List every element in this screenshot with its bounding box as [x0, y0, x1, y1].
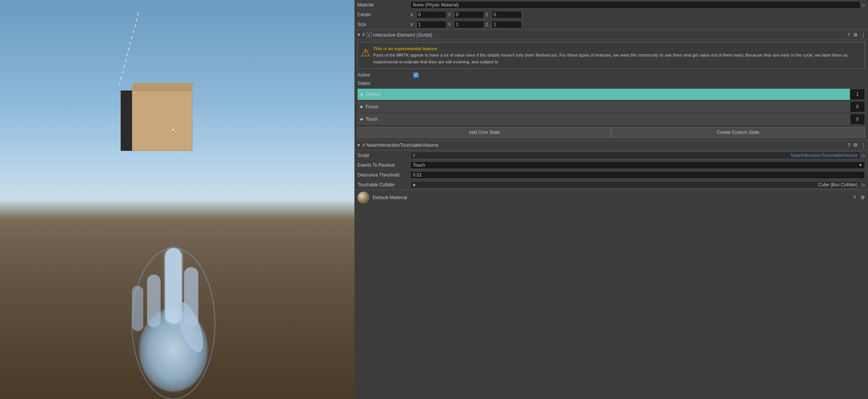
default-material-row: Default-Material ? ⚙ [354, 190, 868, 205]
size-x-label: X [410, 22, 415, 27]
create-custom-state-button[interactable]: Create Custom State [611, 127, 865, 138]
svg-rect-4 [132, 286, 143, 331]
center-row: Center X 0 Y 0 Z 0 [354, 10, 868, 20]
cube-front-face [132, 91, 192, 151]
center-y-field[interactable]: 0 [454, 11, 484, 18]
cube-top-face [130, 83, 194, 91]
near-interaction-menu-btn[interactable]: ⋮ [861, 142, 866, 148]
interactive-element-checkbox[interactable]: ✓ [367, 32, 372, 37]
events-to-receive-value: Touch [413, 163, 425, 168]
script-label: Script [357, 153, 410, 158]
state-default-count: 1 [850, 89, 865, 100]
state-default-name: Default [366, 92, 380, 97]
near-interaction-settings-btn[interactable]: ⚙ [853, 142, 858, 148]
debounce-threshold-value-container: 0.01 [410, 171, 865, 179]
warning-text-container: This is an experimental feature. Parts o… [373, 46, 862, 65]
size-label: Size [357, 22, 410, 27]
touchable-collider-select-btn[interactable]: ○ [862, 182, 865, 188]
events-to-receive-dropdown[interactable]: Touch ▼ [410, 161, 865, 169]
near-interaction-help-btn[interactable]: ? [848, 142, 850, 148]
near-interaction-title: NearInteractionTouchableVolume [367, 142, 846, 148]
state-touch-name: Touch [366, 117, 378, 122]
center-value-container: X 0 Y 0 Z 0 [410, 11, 865, 18]
touchable-collider-value-container: ■ Cube (Box Collider) ○ [410, 181, 865, 189]
center-label: Center [357, 12, 410, 17]
events-to-receive-value-container: Touch ▼ [410, 161, 865, 169]
default-material-name: Default-Material [373, 195, 407, 200]
touchable-collider-value-text: Cube (Box Collider) [818, 182, 858, 187]
center-y-label: Y [448, 12, 452, 17]
script-select-btn[interactable]: ○ [862, 152, 865, 158]
near-interaction-header-btns: ? ⚙ ⋮ [848, 142, 866, 148]
default-material-settings-btn[interactable]: ⚙ [860, 195, 865, 200]
interactive-element-menu-btn[interactable]: ⋮ [861, 32, 866, 38]
interactive-element-settings-btn[interactable]: ⚙ [853, 32, 858, 38]
experimental-warning-box: ⚠ This is an experimental feature. Parts… [357, 42, 865, 69]
near-interaction-collapse-icon[interactable]: ▼ [357, 143, 361, 147]
center-z-label: Z [486, 12, 490, 17]
state-touch-label[interactable]: ▶ Touch [357, 114, 850, 125]
active-row: Active ✓ [354, 71, 868, 79]
warning-icon: ⚠ [361, 46, 370, 65]
inspector-panel: Material None (Physic Material) ○ Center… [354, 0, 868, 399]
interactive-element-help-btn[interactable]: ? [848, 32, 850, 38]
touchable-collider-field[interactable]: ■ Cube (Box Collider) [410, 181, 860, 189]
material-value-container: None (Physic Material) ○ [410, 1, 865, 9]
state-focus-label[interactable]: ▶ Focus [357, 101, 850, 112]
state-touch: ▶ Touch 0 [357, 114, 865, 125]
debounce-threshold-row: Debounce Threshold 0.01 [354, 170, 868, 180]
size-y-label: Y [448, 22, 452, 27]
warning-body: Parts of the MRTK appear to have a lot o… [373, 53, 848, 64]
events-to-receive-row: Events To Receive Touch ▼ [354, 160, 868, 170]
script-field[interactable]: # NearInteractionTouchableVolume [410, 152, 860, 159]
hand-model [117, 210, 230, 399]
debounce-threshold-field[interactable]: 0.01 [410, 171, 865, 179]
center-z-field[interactable]: 0 [492, 11, 522, 18]
state-focus-count: 0 [850, 101, 865, 112]
states-label: States [357, 81, 370, 86]
material-sphere-icon [357, 192, 370, 204]
script-value-container: # NearInteractionTouchableVolume ○ [410, 152, 865, 159]
state-touch-count: 0 [850, 114, 865, 125]
scene-viewport[interactable]: ↖ [0, 0, 354, 399]
3d-cube [121, 83, 196, 151]
state-default-arrow: ▶ [361, 92, 364, 96]
material-field-text: None (Physic Material) [413, 2, 459, 8]
state-action-buttons: Add Core State Create Custom State [357, 127, 865, 138]
events-to-receive-dropdown-arrow: ▼ [859, 163, 862, 167]
material-select-btn[interactable]: ○ [862, 2, 865, 8]
interactive-element-header-btns: ? ⚙ ⋮ [848, 32, 866, 38]
state-focus-name: Focus [366, 104, 378, 109]
touchable-collider-label: Touchable Collider [357, 182, 410, 187]
material-header-btns: ? ⚙ [853, 195, 865, 200]
active-checkbox[interactable]: ✓ [413, 72, 419, 78]
svg-rect-3 [147, 275, 161, 327]
material-label: Material [357, 2, 410, 8]
active-label: Active [357, 72, 410, 78]
near-interaction-header: ▼ # NearInteractionTouchableVolume ? ⚙ ⋮ [354, 140, 868, 150]
state-default-label[interactable]: ▶ Default [357, 89, 850, 100]
size-x-field[interactable]: 1 [416, 21, 446, 28]
script-hash-icon: # [413, 153, 415, 158]
state-default: ▶ Default 1 [357, 89, 865, 100]
center-x-label: X [410, 12, 415, 17]
warning-title: This is an experimental feature. [373, 46, 438, 51]
events-to-receive-label: Events To Receive [357, 163, 410, 168]
script-value-text: NearInteractionTouchableVolume [791, 153, 858, 158]
state-touch-arrow: ▶ [360, 117, 363, 121]
collider-cube-icon: ■ [413, 183, 416, 187]
size-y-field[interactable]: 1 [454, 21, 484, 28]
interactive-element-collapse-icon[interactable]: ▼ [357, 32, 361, 37]
near-interaction-hash-icon: # [362, 143, 365, 148]
interactive-element-header: ▼ # ✓ Interactive Element (Script) ? ⚙ ⋮ [354, 29, 868, 40]
states-header: States [354, 79, 868, 87]
interactive-element-title: Interactive Element (Script) [373, 32, 846, 38]
size-row: Size X 1 Y 1 Z 1 [354, 20, 868, 29]
center-x-field[interactable]: 0 [416, 11, 446, 18]
default-material-help-btn[interactable]: ? [853, 195, 856, 200]
debounce-threshold-label: Debounce Threshold [357, 172, 410, 178]
size-value-container: X 1 Y 1 Z 1 [410, 21, 865, 28]
script-row: Script # NearInteractionTouchableVolume … [354, 150, 868, 160]
size-z-field[interactable]: 1 [492, 21, 522, 28]
add-core-state-button[interactable]: Add Core State [357, 127, 611, 138]
